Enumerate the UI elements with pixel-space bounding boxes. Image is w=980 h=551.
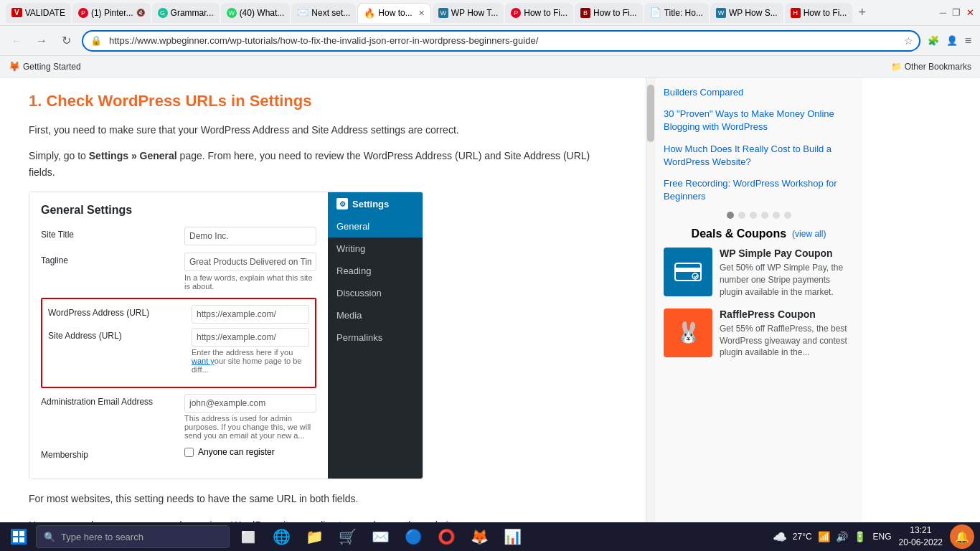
site-title-input[interactable]	[184, 227, 316, 245]
other-bookmarks[interactable]: 📁 Other Bookmarks	[891, 62, 971, 72]
taskbar-right: ☁️ 27°C 📶 🔊 🔋 ENG 13:21 20-06-2022 🔔	[773, 524, 974, 549]
tagline-input[interactable]	[184, 253, 316, 271]
taskbar-outlook[interactable]: ✉️	[366, 524, 395, 550]
taskbar-task-view[interactable]: ⬜	[234, 524, 263, 550]
win-logo-grid	[13, 531, 24, 542]
tab-grammarly[interactable]: G Grammar...	[152, 3, 220, 23]
dot-5	[773, 212, 780, 219]
wp-simple-pay-title[interactable]: WP Simple Pay Coupon	[720, 248, 854, 259]
menu-icon[interactable]: ≡	[965, 34, 971, 47]
tab-howto4-label: How to Fi...	[804, 8, 847, 18]
wp-address-input[interactable]	[192, 305, 309, 324]
taskbar-search-box[interactable]: 🔍 Type here to search	[36, 525, 230, 548]
battery-icon[interactable]: 🔋	[854, 531, 866, 542]
clock[interactable]: 13:21 20-06-2022	[899, 524, 943, 549]
volume-icon[interactable]: 🔊	[836, 531, 848, 542]
chromium-icon: 🔵	[405, 528, 423, 545]
taskbar-opera[interactable]: ⭕	[432, 524, 461, 550]
tab-close-button[interactable]: ✕	[418, 9, 425, 18]
new-tab-button[interactable]: +	[854, 5, 870, 20]
maximize-button[interactable]: ❐	[952, 7, 961, 18]
forward-button[interactable]: →	[33, 34, 50, 47]
titlehow-favicon: 📄	[650, 7, 661, 18]
taskbar: 🔍 Type here to search ⬜ 🌐 📁 🛒 ✉️ 🔵 ⭕ 🦊 📊…	[0, 522, 980, 551]
admin-email-input[interactable]	[184, 394, 316, 413]
notification-button[interactable]: 🔔	[950, 524, 974, 549]
scrollbar-thumb[interactable]	[647, 85, 654, 142]
content-wrapper: 1. Check WordPress URLs in Settings Firs…	[0, 77, 980, 551]
sidebar-link-cost[interactable]: How Much Does It Really Cost to Build a …	[664, 143, 854, 169]
outlook-icon: ✉️	[372, 528, 390, 545]
tab-howto3[interactable]: B How to Fi...	[575, 3, 643, 23]
security-icon: 🔒	[90, 35, 102, 46]
taskbar-search-placeholder: Type here to search	[61, 532, 143, 542]
tab-gmail[interactable]: ✉️ Next set...	[291, 3, 356, 23]
address-bar-container: 🔒 ☆	[82, 30, 920, 52]
minimize-button[interactable]: ─	[940, 7, 946, 18]
browser-titlebar: V VALIDATE P (1) Pinter... 🔇 G Grammar..…	[0, 0, 980, 26]
wp-settings-header: ⚙ Settings	[328, 192, 423, 215]
article-heading: 1. Check WordPress URLs in Settings	[29, 92, 617, 110]
grammarly-favicon: G	[158, 8, 168, 18]
tab-wp2[interactable]: W WP How S...	[710, 3, 783, 23]
start-button[interactable]	[6, 524, 32, 550]
site-title-label: Site Title	[41, 227, 177, 240]
deal-wp-simple-pay: WP Simple Pay Coupon Get 50% off WP Simp…	[664, 248, 854, 298]
tab-validate[interactable]: V VALIDATE	[6, 3, 71, 23]
site-address-label: Site Address (URL)	[48, 328, 184, 341]
address-input[interactable]	[82, 30, 920, 52]
wp-simple-pay-desc: Get 50% off WP Simple Pay, the number on…	[720, 262, 854, 298]
taskbar-firefox[interactable]: 🦊	[465, 524, 494, 550]
tab-pinterest[interactable]: P (1) Pinter... 🔇	[72, 3, 151, 23]
taskbar-search-icon: 🔍	[44, 532, 55, 542]
tab-howto4[interactable]: H How to Fi...	[785, 3, 853, 23]
howto3-favicon: B	[580, 8, 590, 18]
back-button[interactable]: ←	[9, 34, 26, 47]
taskbar-edge2[interactable]: 🔵	[399, 524, 428, 550]
profile-icon[interactable]: 👤	[946, 35, 958, 46]
extensions-icon[interactable]: 🧩	[928, 35, 939, 46]
network-icon[interactable]: 📶	[818, 531, 830, 542]
deals-view-all[interactable]: (view all)	[792, 229, 826, 239]
rafflepress-logo-icon: 🐰	[676, 321, 701, 344]
close-button[interactable]: ✕	[966, 7, 974, 18]
validate-favicon: V	[11, 8, 22, 17]
wp-menu-writing[interactable]: Writing	[328, 237, 423, 260]
tab-wp1-label: WP How T...	[451, 8, 499, 18]
taskbar-edge[interactable]: 🌐	[267, 524, 296, 550]
address-bar-icons: ☆	[904, 35, 913, 47]
tab-whatsapp[interactable]: W (40) What...	[221, 3, 291, 23]
wp1-favicon: W	[438, 8, 448, 18]
tagline-hint: In a few words, explain what this site i…	[184, 273, 316, 291]
weather-temp: 27°C	[793, 532, 812, 542]
sidebar-link-recording[interactable]: Free Recording: WordPress Workshop for B…	[664, 177, 854, 203]
taskbar-qb[interactable]: 📊	[498, 524, 527, 550]
taskbar-explorer[interactable]: 📁	[300, 524, 329, 550]
right-sidebar: Builders Compared 30 "Proven" Ways to Ma…	[654, 77, 862, 551]
bookmark-star-icon[interactable]: ☆	[904, 35, 913, 47]
tab-howto2[interactable]: P How to Fi...	[505, 3, 573, 23]
tab-titlehow[interactable]: 📄 Title: Ho...	[644, 3, 709, 23]
tab-wp1[interactable]: W WP How T...	[433, 3, 504, 23]
wp-menu-media[interactable]: Media	[328, 304, 423, 326]
rafflepress-title[interactable]: RafflePress Coupon	[720, 309, 854, 320]
site-address-input[interactable]	[192, 328, 309, 347]
cloud-icon[interactable]: ☁️	[773, 530, 787, 544]
taskbar-store[interactable]: 🛒	[333, 524, 362, 550]
refresh-button[interactable]: ↻	[57, 34, 75, 47]
tab-grammarly-label: Grammar...	[171, 8, 214, 18]
wp-menu-permalinks[interactable]: Permalinks	[328, 326, 423, 349]
membership-checkbox[interactable]	[184, 448, 194, 457]
wp-menu-general[interactable]: General	[328, 215, 423, 237]
main-scrollbar[interactable]	[646, 77, 654, 551]
sidebar-link-builders[interactable]: Builders Compared	[664, 86, 854, 99]
settings-bold: Settings » General	[89, 150, 177, 161]
wp-menu-discussion[interactable]: Discussion	[328, 282, 423, 304]
wp2-favicon: W	[716, 8, 726, 18]
wp-menu-reading[interactable]: Reading	[328, 260, 423, 282]
tab-howto-active[interactable]: 🔥 How to... ✕	[357, 3, 430, 23]
bookmark-getting-started[interactable]: 🦊 Getting Started	[9, 61, 81, 72]
sidebar-link-money[interactable]: 30 "Proven" Ways to Make Money Online Bl…	[664, 108, 854, 133]
tab-howto-active-label: How to...	[378, 8, 412, 18]
general-settings-title: General Settings	[41, 204, 316, 217]
